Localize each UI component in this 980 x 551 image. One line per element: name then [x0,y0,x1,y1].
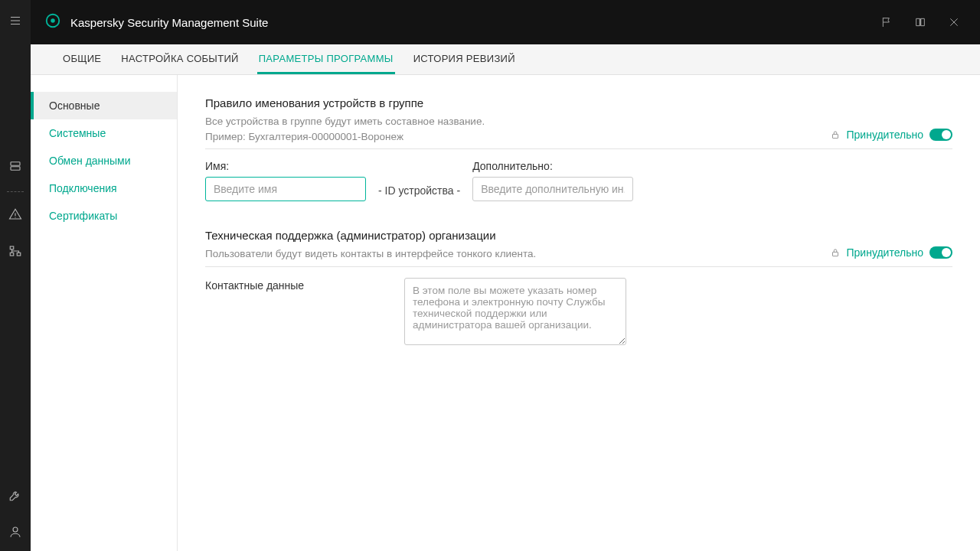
tab-events[interactable]: НАСТРОЙКА СОБЫТИЙ [119,44,240,74]
svg-point-5 [13,527,18,532]
section-support: Техническая поддержка (администратор) ор… [205,229,952,345]
switch-on-icon[interactable] [929,129,952,141]
titlebar: Kaspersky Security Management Suite [31,0,980,44]
enforce-label: Принудительно [847,246,923,259]
tabs: ОБЩИЕ НАСТРОЙКА СОБЫТИЙ ПАРАМЕТРЫ ПРОГРА… [31,44,980,75]
enforce-toggle-support[interactable]: Принудительно [830,246,952,262]
tab-general[interactable]: ОБЩИЕ [61,44,103,74]
flag-icon[interactable] [874,10,899,34]
rail-separator [7,191,24,192]
section-naming: Правило именования устройств в группе Вс… [205,96,952,201]
section-support-title: Техническая поддержка (администратор) ор… [205,229,818,242]
section-naming-desc2: Пример: Бухгалтерия-00000001-Воронеж [205,129,818,145]
content: Правило именования устройств в группе Вс… [178,75,980,551]
lock-icon [830,247,841,258]
enforce-label: Принудительно [847,129,923,141]
app-title: Kaspersky Security Management Suite [70,16,268,29]
svg-rect-3 [10,253,14,256]
lock-icon [830,129,841,140]
sidenav-item-main[interactable]: Основные [31,92,177,119]
svg-rect-1 [11,167,20,171]
section-support-desc: Пользователи будут видеть контакты в инт… [205,246,818,262]
contact-textarea[interactable] [404,278,626,345]
svg-rect-0 [11,162,20,166]
sidenav-item-exchange[interactable]: Обмен данными [31,147,177,174]
enforce-toggle-naming[interactable]: Принудительно [830,129,952,144]
svg-rect-9 [832,252,838,256]
tab-program-params[interactable]: ПАРАМЕТРЫ ПРОГРАММЫ [257,44,395,74]
user-icon[interactable] [8,525,22,542]
tree-icon[interactable] [8,244,22,261]
name-input[interactable] [205,177,366,201]
name-label: Имя: [205,160,366,172]
contact-label: Контактные данные [205,278,305,292]
menu-icon[interactable] [8,14,22,31]
extra-input[interactable] [472,177,633,201]
sidenav: Основные Системные Обмен данными Подключ… [31,75,178,551]
server-icon[interactable] [8,159,22,176]
wrench-icon[interactable] [8,488,22,505]
book-icon[interactable] [908,10,933,34]
close-icon[interactable] [942,10,966,34]
tab-revisions[interactable]: ИСТОРИЯ РЕВИЗИЙ [412,44,517,74]
svg-rect-8 [832,135,838,139]
sidenav-item-connections[interactable]: Подключения [31,174,177,202]
section-naming-title: Правило именования устройств в группе [205,96,818,109]
brand-icon [44,12,61,32]
svg-point-7 [51,18,55,23]
left-rail [0,0,31,551]
svg-rect-2 [10,246,14,249]
sidenav-item-system[interactable]: Системные [31,119,177,147]
sidenav-item-certs[interactable]: Сертификаты [31,202,177,230]
svg-rect-4 [17,253,21,256]
alert-icon[interactable] [8,207,22,224]
extra-label: Дополнительно: [472,160,633,172]
id-joiner: - ID устройства - [378,184,460,197]
section-naming-desc1: Все устройства в группе будут иметь сост… [205,114,818,129]
switch-on-icon[interactable] [929,246,952,259]
